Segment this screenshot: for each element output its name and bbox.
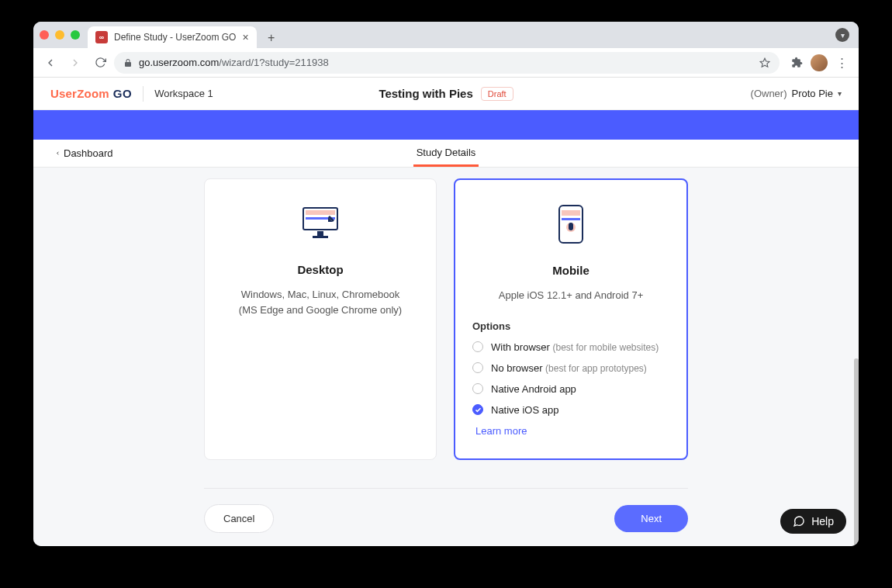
back-button[interactable] [40, 52, 61, 74]
svg-rect-12 [569, 223, 573, 230]
svg-rect-10 [562, 218, 580, 220]
content-area: Desktop Windows, Mac, Linux, Chromebook … [33, 168, 859, 546]
radio-checked-icon [472, 404, 483, 415]
radio-icon [472, 341, 483, 352]
workspace-selector[interactable]: Workspace 1 [154, 88, 213, 99]
app-bar: UserZoom GO Workspace 1 Testing with Pie… [33, 78, 859, 110]
svg-rect-9 [562, 210, 580, 216]
chat-icon [793, 515, 805, 527]
window-minimize-icon[interactable] [55, 30, 64, 40]
app-logo[interactable]: UserZoom GO [50, 87, 132, 100]
help-label: Help [811, 515, 834, 527]
owner-dropdown[interactable]: (Owner) Proto Pie ▾ [751, 88, 842, 99]
card-description: Windows, Mac, Linux, Chromebook (MS Edge… [222, 287, 419, 317]
browser-window: ∞ Define Study - UserZoom GO × + ▾ go.us… [33, 22, 859, 546]
window-close-icon[interactable] [40, 30, 49, 40]
tab-study-details[interactable]: Study Details [413, 140, 479, 167]
footer-actions: Cancel Next [204, 504, 688, 547]
svg-marker-0 [760, 58, 769, 67]
tab-close-icon[interactable]: × [242, 31, 248, 43]
svg-rect-5 [313, 236, 328, 238]
window-zoom-icon[interactable] [71, 30, 80, 40]
wizard-banner [33, 110, 859, 140]
divider [143, 86, 143, 102]
help-fab[interactable]: Help [780, 509, 846, 534]
device-card-mobile[interactable]: Mobile Apple iOS 12.1+ and Android 7+ Op… [454, 178, 688, 460]
learn-more-link[interactable]: Learn more [472, 425, 669, 437]
tab-strip: ∞ Define Study - UserZoom GO × + ▾ [33, 22, 859, 48]
address-bar[interactable]: go.userzoom.com/wizard/1?study=211938 [114, 52, 780, 74]
scrollbar-thumb[interactable] [854, 358, 859, 546]
radio-icon [472, 383, 483, 394]
options-block: Options With browser (best for mobile we… [472, 320, 669, 437]
desktop-icon [222, 206, 419, 241]
study-title[interactable]: Testing with Pies [379, 87, 472, 100]
extensions-icon[interactable] [786, 52, 807, 74]
svg-rect-2 [306, 210, 335, 215]
options-heading: Options [472, 320, 669, 332]
card-description: Apple iOS 12.1+ and Android 7+ [472, 288, 669, 303]
profile-avatar[interactable] [811, 54, 828, 71]
subnav: Dashboard Study Details [33, 140, 859, 168]
card-title: Mobile [472, 264, 669, 277]
reload-button[interactable] [89, 52, 111, 74]
option-native-android[interactable]: Native Android app [472, 383, 669, 395]
mobile-icon [472, 206, 669, 242]
card-title: Desktop [222, 263, 419, 276]
forward-button[interactable] [64, 52, 86, 74]
option-no-browser[interactable]: No browser (best for app prototypes) [472, 362, 669, 374]
browser-toolbar: go.userzoom.com/wizard/1?study=211938 ⋮ [33, 48, 859, 78]
device-card-desktop[interactable]: Desktop Windows, Mac, Linux, Chromebook … [204, 178, 437, 460]
option-native-ios[interactable]: Native iOS app [472, 404, 669, 416]
chrome-menu-icon[interactable]: ⋮ [831, 52, 852, 74]
draft-badge: Draft [481, 87, 513, 101]
favicon-icon: ∞ [95, 31, 108, 43]
divider [204, 488, 688, 489]
traffic-lights [40, 22, 88, 48]
url-text: go.userzoom.com/wizard/1?study=211938 [139, 57, 329, 68]
cancel-button[interactable]: Cancel [204, 504, 274, 533]
browser-tab[interactable]: ∞ Define Study - UserZoom GO × [88, 26, 257, 48]
new-tab-button[interactable]: + [261, 28, 282, 48]
tabs-dropdown-icon[interactable]: ▾ [835, 28, 849, 42]
next-button[interactable]: Next [614, 505, 688, 532]
svg-rect-4 [317, 231, 323, 236]
bookmark-star-icon[interactable] [759, 57, 770, 68]
chevron-down-icon: ▾ [838, 89, 842, 98]
lock-icon [123, 58, 133, 67]
radio-icon [472, 362, 483, 373]
option-with-browser[interactable]: With browser (best for mobile websites) [472, 341, 669, 353]
tab-title: Define Study - UserZoom GO [114, 32, 236, 43]
